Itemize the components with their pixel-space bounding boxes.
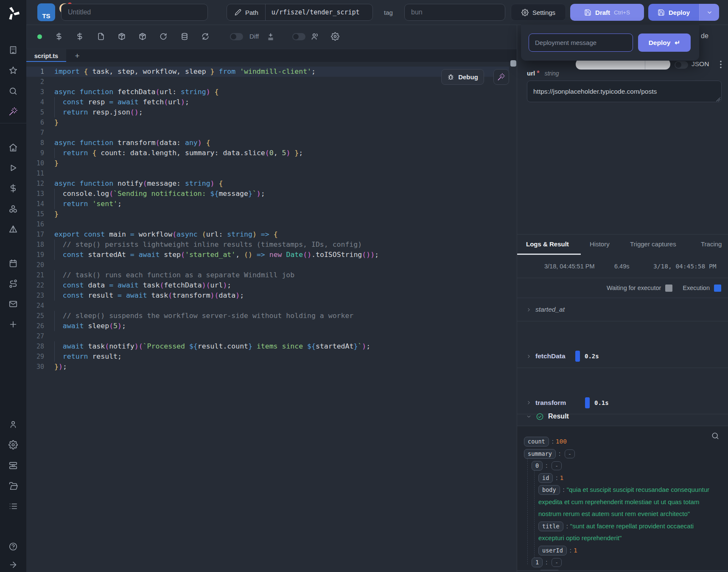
required-mark: * xyxy=(537,70,539,77)
editor-scrollbar-thumb[interactable] xyxy=(510,60,516,67)
refresh-icon[interactable] xyxy=(201,32,210,41)
code-line: 26 await sleep(5); xyxy=(26,321,509,331)
json-key-pill[interactable]: count xyxy=(524,437,549,446)
multiplayer-toggle[interactable] xyxy=(292,33,305,40)
json-key-pill[interactable]: 1 xyxy=(532,558,543,567)
home-icon[interactable] xyxy=(8,143,18,152)
star-icon[interactable] xyxy=(8,66,18,75)
line-number: 8 xyxy=(26,138,44,148)
path-edit-button[interactable]: Path xyxy=(227,4,266,20)
draft-button[interactable]: Draft Ctrl+S xyxy=(570,4,644,21)
chevron-right-icon[interactable] xyxy=(526,354,532,359)
folder-icon[interactable] xyxy=(8,481,18,491)
json-key-pill[interactable]: userId xyxy=(538,546,567,555)
tab-script-ts[interactable]: script.ts xyxy=(26,49,66,62)
line-number: 17 xyxy=(26,229,44,240)
result-row xyxy=(517,569,720,571)
code-line: 9 return { count: data.length, summary: … xyxy=(26,148,509,158)
boxes-icon[interactable] xyxy=(8,204,18,214)
popup-deploy-button[interactable]: Deploy ↵ xyxy=(638,33,691,52)
file-icon[interactable] xyxy=(97,32,105,41)
diff-icon[interactable] xyxy=(266,32,275,41)
dollar-icon[interactable] xyxy=(76,32,84,41)
line-number: 10 xyxy=(26,158,44,168)
dollar-icon[interactable] xyxy=(55,32,63,41)
collapse-toggle[interactable]: - xyxy=(552,461,562,470)
result-row: body:"quia et suscipit suscipit recusand… xyxy=(517,484,720,520)
settings-button[interactable]: Settings xyxy=(511,4,566,21)
chevron-down-icon[interactable] xyxy=(526,414,532,419)
collapse-toggle[interactable]: - xyxy=(552,558,562,567)
editor-toolbar: Diff xyxy=(26,25,517,49)
code-editor[interactable]: 1import { task, step, workflow, sleep } … xyxy=(26,62,509,572)
dollar-icon[interactable] xyxy=(8,184,18,193)
kebab-menu-icon[interactable] xyxy=(717,60,725,69)
url-input[interactable] xyxy=(527,81,722,102)
json-key-pill[interactable]: title xyxy=(538,522,563,531)
package-icon[interactable] xyxy=(118,32,126,41)
users-icon[interactable] xyxy=(311,32,319,41)
deploy-button[interactable]: Deploy xyxy=(648,4,699,21)
json-key-pill[interactable]: body xyxy=(538,485,560,495)
route-icon[interactable] xyxy=(8,279,18,288)
step-row-started_at[interactable]: started_at xyxy=(517,298,728,321)
calendar-icon[interactable] xyxy=(8,259,18,268)
mail-icon[interactable] xyxy=(8,299,18,309)
result-header-row[interactable]: Result xyxy=(517,407,728,426)
plus-icon[interactable] xyxy=(8,320,18,329)
chevron-right-icon[interactable] xyxy=(526,400,532,405)
tab-history[interactable]: History xyxy=(590,240,610,248)
database-icon[interactable] xyxy=(180,32,189,41)
result-row: summary:- xyxy=(517,448,720,460)
resize-handle[interactable] xyxy=(716,97,720,101)
code-line: 3async function fetchData(url: string) { xyxy=(26,87,509,97)
deploy-dropdown-button[interactable] xyxy=(699,4,719,21)
deployment-message-input[interactable] xyxy=(529,33,633,52)
line-number: 2 xyxy=(26,77,44,87)
typescript-badge: TS xyxy=(37,3,55,21)
building-icon[interactable] xyxy=(8,45,18,55)
step-duration: 0.2s xyxy=(585,353,599,360)
json-toggle[interactable] xyxy=(675,61,688,69)
arrow-right-icon[interactable] xyxy=(8,560,18,569)
json-key-pill[interactable]: id xyxy=(538,473,553,483)
package-icon[interactable] xyxy=(138,32,147,41)
json-key-pill[interactable]: summary xyxy=(524,449,556,459)
new-tab-button[interactable]: + xyxy=(70,49,84,62)
json-key-pill[interactable] xyxy=(538,570,560,571)
line-number: 21 xyxy=(26,270,44,280)
help-icon[interactable] xyxy=(8,542,18,551)
step-label: transform xyxy=(535,399,566,407)
code-line: 10} xyxy=(26,158,509,168)
collapse-toggle[interactable]: - xyxy=(565,449,575,458)
rotate-icon[interactable] xyxy=(159,32,168,41)
pyramid-icon[interactable] xyxy=(8,225,18,234)
server-cog-icon[interactable] xyxy=(8,461,18,470)
play-icon[interactable] xyxy=(8,163,18,173)
tab-trigger-captures[interactable]: Trigger captures xyxy=(630,240,676,248)
top-bar: TS Path u/rfiszel/tender_script tag Sett… xyxy=(26,0,728,25)
diff-toggle[interactable] xyxy=(230,33,243,40)
script-title-input[interactable] xyxy=(61,4,208,21)
json-key-pill[interactable]: 0 xyxy=(532,461,543,471)
path-field[interactable]: Path u/rfiszel/tender_script xyxy=(227,4,373,21)
path-value[interactable]: u/rfiszel/tender_script xyxy=(266,8,366,16)
user-icon[interactable] xyxy=(8,420,18,429)
search-icon[interactable] xyxy=(8,86,18,96)
step-row-fetchData[interactable]: fetchData0.2s xyxy=(517,345,728,368)
tab-tracing[interactable]: Tracing xyxy=(701,240,722,248)
gear-icon[interactable] xyxy=(8,440,18,449)
gear-icon[interactable] xyxy=(331,32,339,41)
tag-input[interactable] xyxy=(404,4,505,21)
save-icon xyxy=(658,9,665,16)
windmill-logo-icon[interactable] xyxy=(5,5,21,21)
line-number: 18 xyxy=(26,240,44,250)
result-row: title:"sunt aut facere repellat providen… xyxy=(517,520,720,544)
debug-button[interactable]: Debug xyxy=(441,69,484,85)
list-icon[interactable] xyxy=(8,502,18,511)
chevron-right-icon[interactable] xyxy=(526,307,532,313)
ai-wand-button[interactable] xyxy=(493,69,509,85)
wand-icon[interactable] xyxy=(8,107,18,116)
deploy-label: Deploy xyxy=(669,9,690,16)
tab-logs-result[interactable]: Logs & Result xyxy=(526,240,569,248)
